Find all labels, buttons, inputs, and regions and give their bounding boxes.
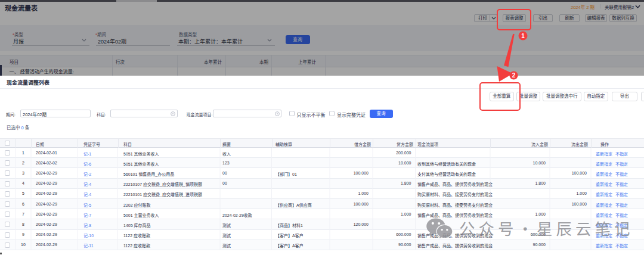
svg-text:1: 1: [521, 33, 525, 39]
svg-text:2: 2: [512, 72, 516, 79]
